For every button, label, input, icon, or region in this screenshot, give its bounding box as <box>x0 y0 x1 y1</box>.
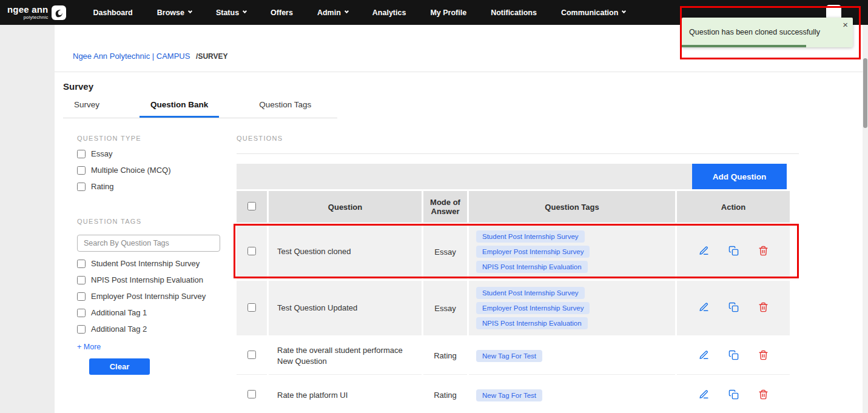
breadcrumb-current: /SURVEY <box>196 52 227 61</box>
column-header-mode-of-answer: Mode of Answer <box>423 191 467 223</box>
pencil-icon <box>699 389 709 401</box>
delete-button[interactable] <box>758 302 769 314</box>
logo-text-line1: ngee ann <box>7 5 48 14</box>
question-text: Rate the platform UI <box>269 377 422 413</box>
checkbox-essay[interactable] <box>77 150 86 158</box>
mode-of-answer: Rating <box>423 377 467 413</box>
nav-item-my-profile[interactable]: My Profile <box>430 8 466 17</box>
clone-button[interactable] <box>728 389 739 401</box>
clear-filters-button[interactable]: Clear <box>89 358 150 375</box>
copy-icon <box>728 302 739 314</box>
filter-tag-additional-tag-2: Additional Tag 2 <box>77 324 237 334</box>
tag-pill: NPIS Post Internship Evaluation <box>476 261 588 273</box>
nav-item-notifications[interactable]: Notifications <box>491 8 537 17</box>
checkbox-student-post-internship-survey[interactable] <box>77 260 86 268</box>
edit-button[interactable] <box>699 246 709 258</box>
copy-icon <box>728 246 739 258</box>
nav-item-offers[interactable]: Offers <box>271 8 293 17</box>
nav-item-admin[interactable]: Admin <box>317 8 348 17</box>
clone-button[interactable] <box>728 350 739 362</box>
filter-sidebar: QUESTION TYPE Essay Multiple Choice (MCQ… <box>55 135 237 413</box>
checkbox-multiple-choice[interactable] <box>77 166 86 175</box>
filter-option-essay: Essay <box>77 149 237 158</box>
scrollbar-thumb[interactable] <box>863 58 867 128</box>
nav-item-dashboard[interactable]: Dashboard <box>93 8 132 17</box>
trash-icon <box>758 389 769 401</box>
select-all-checkbox[interactable] <box>247 202 256 210</box>
chevron-down-icon <box>188 9 192 13</box>
toast-notification: Question has been cloned successfully × <box>682 18 853 47</box>
filter-option-mcq: Multiple Choice (MCQ) <box>77 166 237 175</box>
checkbox-rating[interactable] <box>77 183 86 191</box>
filter-tag-student-post-internship-survey: Student Post Internship Survey <box>77 259 237 268</box>
chevron-down-icon <box>243 9 247 13</box>
tab-bar: Survey Question Bank Question Tags <box>63 94 337 118</box>
pencil-icon <box>699 350 709 362</box>
trash-icon <box>758 246 769 258</box>
questions-section-label: QUESTIONS <box>237 135 863 142</box>
questions-section: QUESTIONS Add Question Question Mode of … <box>237 135 863 413</box>
column-header-action: Action <box>677 191 790 223</box>
nav-item-analytics[interactable]: Analytics <box>372 8 406 17</box>
chevron-down-icon <box>622 9 626 13</box>
toast-close-button[interactable]: × <box>843 20 848 29</box>
tag-pill: Employer Post Internship Survey <box>476 246 590 258</box>
filter-tag-employer-post-internship-survey: Employer Post Internship Survey <box>77 292 237 301</box>
chevron-down-icon <box>345 9 349 13</box>
mode-of-answer: Rating <box>423 337 467 375</box>
nav-item-browse[interactable]: Browse <box>157 8 192 17</box>
tag-pill: New Tag For Test <box>476 389 542 401</box>
column-header-question: Question <box>269 191 422 223</box>
tag-pill: NPIS Post Internship Evaluation <box>476 317 588 329</box>
question-text: Test Question cloned <box>269 224 422 279</box>
checkbox-additional-tag-2[interactable] <box>77 325 86 334</box>
row-checkbox[interactable] <box>247 351 256 359</box>
tag-pill: Student Post Internship Survey <box>476 287 585 299</box>
mode-of-answer: Essay <box>423 224 467 279</box>
checkbox-employer-post-internship-survey[interactable] <box>77 292 86 301</box>
logo-text-line2: polytechnic <box>7 15 48 20</box>
copy-icon <box>728 389 739 401</box>
tab-survey[interactable]: Survey <box>63 94 110 118</box>
filter-option-rating: Rating <box>77 182 237 191</box>
delete-button[interactable] <box>758 246 769 258</box>
question-text: Test Question Updated <box>269 281 422 335</box>
section-divider <box>237 153 799 154</box>
breadcrumb-link[interactable]: Ngee Ann Polytechnic | CAMPUS <box>73 52 190 61</box>
row-checkbox[interactable] <box>247 303 256 312</box>
nav-item-status[interactable]: Status <box>216 8 246 17</box>
nav-item-communication[interactable]: Communication <box>561 8 625 17</box>
column-header-question-tags: Question Tags <box>469 191 675 223</box>
more-tags-link[interactable]: + More <box>77 343 101 351</box>
questions-table: Question Mode of Answer Question Tags Ac… <box>235 189 792 413</box>
clone-button[interactable] <box>728 302 739 314</box>
question-tags-search-input[interactable] <box>77 235 220 252</box>
filter-tag-npis-post-internship-evaluation: NPIS Post Internship Evaluation <box>77 275 237 284</box>
tag-pill: Employer Post Internship Survey <box>476 302 590 314</box>
table-row: Test Question Updated Essay Student Post… <box>237 281 790 335</box>
edit-button[interactable] <box>699 302 709 314</box>
question-type-label: QUESTION TYPE <box>77 135 237 142</box>
row-checkbox[interactable] <box>247 247 256 255</box>
tab-question-bank[interactable]: Question Bank <box>140 94 219 118</box>
edit-button[interactable] <box>699 350 709 362</box>
question-tags-label: QUESTION TAGS <box>77 218 237 225</box>
mode-of-answer: Essay <box>423 281 467 335</box>
checkbox-npis-post-internship-evaluation[interactable] <box>77 276 86 284</box>
checkbox-additional-tag-1[interactable] <box>77 309 86 317</box>
tab-question-tags[interactable]: Question Tags <box>248 94 322 118</box>
trash-icon <box>758 350 769 362</box>
delete-button[interactable] <box>758 389 769 401</box>
pencil-icon <box>699 246 709 258</box>
trash-icon <box>758 302 769 314</box>
ngee-ann-logo[interactable]: ngee ann polytechnic <box>0 5 75 20</box>
question-text: Rate the overall student performace New … <box>269 337 422 375</box>
edit-button[interactable] <box>699 389 709 401</box>
table-row: Rate the overall student performace New … <box>237 337 790 375</box>
clone-button[interactable] <box>728 246 739 258</box>
table-row: Rate the platform UI Rating New Tag For … <box>237 377 790 413</box>
delete-button[interactable] <box>758 350 769 362</box>
scrollbar[interactable] <box>863 25 868 413</box>
add-question-button[interactable]: Add Question <box>692 164 787 189</box>
row-checkbox[interactable] <box>247 390 256 398</box>
